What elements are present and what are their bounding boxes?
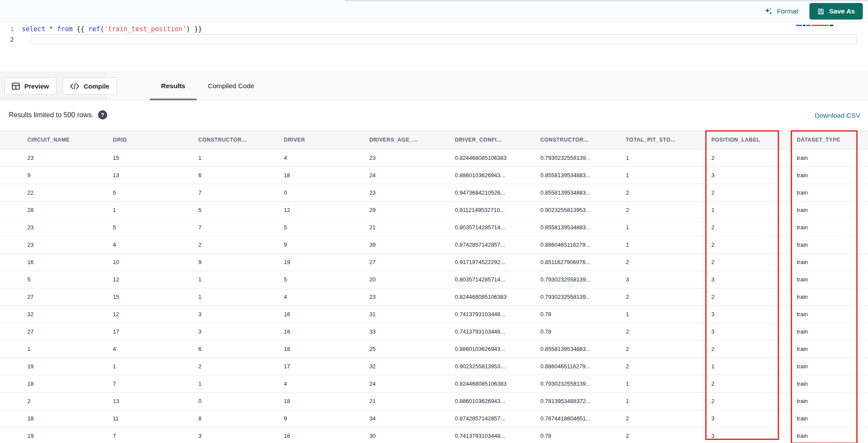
table-cell: train	[790, 341, 868, 357]
table-cell: train	[790, 427, 868, 443]
table-cell: 23	[362, 149, 448, 166]
table-cell: 0.8860103626943...	[448, 341, 533, 357]
table-cell: 0.8742857142857...	[448, 236, 533, 253]
column-header: DRIVERS_AGE_...	[362, 131, 448, 149]
table-cell: 18	[277, 341, 362, 357]
sql-code-editor[interactable]: 1 select * from {{ ref('train_test_posit…	[0, 23, 868, 72]
table-cell: 1	[619, 306, 704, 323]
table-cell: 3	[191, 323, 277, 340]
table-cell: 0.7930232558139...	[533, 271, 619, 288]
floppy-disk-icon	[817, 8, 825, 15]
editor-line-2[interactable]: 2	[0, 34, 22, 45]
table-cell: 32	[362, 358, 448, 375]
table-cell: 19	[20, 358, 106, 375]
table-cell: 6	[191, 167, 277, 184]
table-cell: 0.9171974522292...	[448, 254, 533, 271]
table-cell: 4	[277, 149, 362, 166]
table-cell: 9	[277, 236, 362, 253]
column-header: DATASET_TYPE	[790, 131, 868, 149]
code-token: *	[49, 25, 53, 33]
table-cell: 39	[362, 236, 448, 253]
table-cell: 3	[704, 167, 790, 184]
minimap-segment	[806, 25, 811, 26]
table-cell: 15	[106, 288, 191, 305]
table-cell: 1	[191, 375, 277, 392]
editor-active-line[interactable]	[32, 34, 857, 44]
table-cell: 2	[704, 236, 790, 253]
tab-results[interactable]: Results	[150, 72, 197, 100]
table-cell: train	[790, 202, 868, 218]
table-cell: 1	[20, 341, 106, 357]
results-table-body: 231514230.8244680851063830.7930232558139…	[0, 149, 868, 443]
table-cell: 24	[362, 167, 448, 184]
table-row: 197316300.7413793103448...0.7823train	[0, 427, 868, 443]
table-cell: 2	[704, 288, 790, 305]
line-number-1: 1	[0, 26, 22, 33]
table-row: 913618240.8860103626943...0.855813953488…	[0, 167, 868, 184]
table-cell: 0.824468085106383	[448, 149, 533, 166]
table-cell: 2	[704, 341, 790, 357]
table-row: 18714240.8244680851063830.7930232558139.…	[0, 375, 868, 393]
table-cell: 0.8558139534883...	[533, 184, 619, 201]
table-cell: 16	[20, 254, 106, 271]
format-button-label: Format	[777, 7, 798, 15]
table-cell: 24	[362, 375, 448, 392]
save-as-button-label: Save As	[829, 7, 855, 15]
table-cell: 0.8558139534883...	[533, 219, 619, 236]
table-cell: 15	[106, 149, 191, 166]
table-cell: 2	[619, 202, 704, 218]
editor-toolbar: Format Save As	[0, 0, 868, 23]
editor-line-1[interactable]: 1 select * from {{ ref('train_test_posit…	[0, 24, 202, 34]
editor-minimap[interactable]	[796, 24, 852, 26]
table-cell: 13	[106, 393, 191, 410]
table-cell: 2	[619, 254, 704, 271]
table-cell: 2	[704, 149, 790, 166]
table-cell: 2	[619, 323, 704, 340]
table-cell: 18	[277, 393, 362, 410]
download-csv-link[interactable]: Download CSV	[815, 112, 860, 119]
table-cell: 0.7674418604651...	[533, 410, 619, 427]
table-cell: 1	[704, 358, 790, 375]
table-cell: 0.8860465116279...	[533, 358, 619, 375]
table-cell: 0.824468085106383	[448, 288, 533, 305]
table-row: 1610919270.9171974522292...0.85116279069…	[0, 254, 868, 271]
table-row: 231514230.8244680851063830.7930232558139…	[0, 149, 868, 167]
table-cell: 32	[20, 306, 106, 323]
table-cell: 2	[619, 341, 704, 357]
table-cell: 1	[191, 271, 277, 288]
table-cell: 10	[106, 254, 191, 271]
save-as-button[interactable]: Save As	[809, 3, 863, 20]
code-icon	[70, 83, 79, 90]
table-cell: 0.78	[533, 306, 619, 323]
table-cell: 5	[106, 184, 191, 201]
table-row: 22570230.9473684210526...0.8558139534883…	[0, 184, 868, 202]
sql-statement[interactable]: select * from {{ ref('train_test_positio…	[22, 25, 202, 33]
minimap-segment	[803, 25, 806, 26]
help-icon[interactable]: ?	[98, 110, 107, 119]
table-cell: 2	[704, 254, 790, 271]
table-cell: 19	[20, 427, 106, 443]
table-cell: train	[790, 306, 868, 323]
compile-button[interactable]: Compile	[62, 77, 117, 95]
table-cell: 1	[191, 149, 277, 166]
results-tabs: Results Compiled Code	[150, 72, 266, 100]
table-cell: 0.7413793103448...	[448, 323, 533, 340]
format-button[interactable]: Format	[764, 7, 798, 16]
ide-screen: Format Save As 1 select * from {{ ref('t…	[0, 0, 868, 443]
table-cell: 0.7930232558139...	[533, 149, 619, 166]
tab-compiled-code[interactable]: Compiled Code	[197, 72, 266, 100]
minimap-segment	[812, 25, 829, 26]
table-grid-icon	[12, 83, 20, 90]
column-header: TOTAL_PIT_STO...	[619, 131, 704, 149]
column-header: CONSTRUCTOR...	[191, 131, 277, 149]
table-cell: 2	[619, 410, 704, 427]
table-cell: 27	[20, 288, 106, 305]
preview-button-label: Preview	[24, 83, 49, 90]
table-row: 23429390.8742857142857...0.8860465116279…	[0, 236, 868, 254]
table-cell: 0.8558139534883...	[533, 341, 619, 357]
table-cell: 2	[191, 236, 277, 253]
table-cell: 7	[191, 219, 277, 236]
table-cell: 7	[106, 427, 191, 443]
preview-button[interactable]: Preview	[4, 77, 56, 95]
toolbar-actions: Format Save As	[764, 0, 863, 23]
